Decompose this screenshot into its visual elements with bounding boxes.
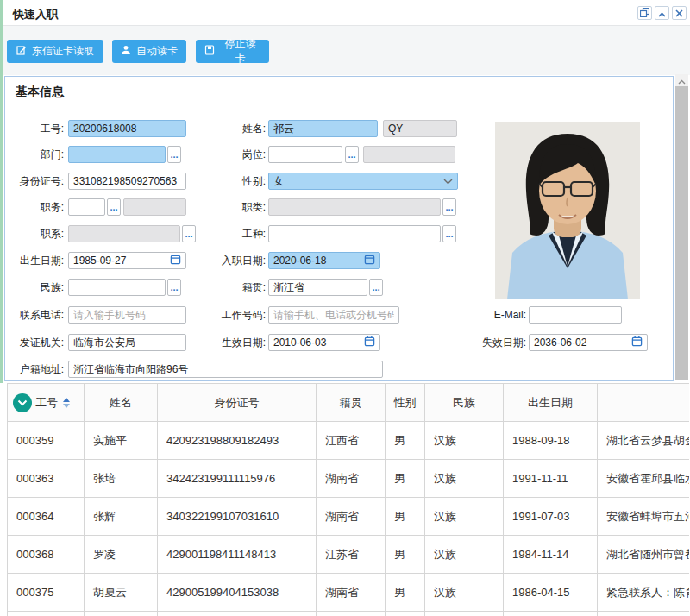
duty-input[interactable] [68, 198, 105, 216]
label-hire-date: 入职日期: [193, 252, 266, 269]
hire-date-picker[interactable]: 2020-06-18 [268, 252, 380, 269]
label-job-series: 职系: [5, 225, 64, 242]
native-place-lookup-button[interactable]: ... [369, 279, 383, 296]
table-cell: 男 [386, 498, 425, 536]
table-row[interactable]: 000359实施平420923198809182493江西省男汉族1988-09… [8, 422, 690, 460]
table-cell: 男 [386, 460, 425, 498]
label-job-class: 职类: [193, 198, 266, 216]
basic-info-panel: 基本信息 工号: 姓名: QY 部门: ... 岗位: ... 身份证号: 性别… [4, 76, 674, 381]
table-cell: 男 [386, 536, 425, 574]
label-department: 部门: [5, 146, 64, 163]
employee-id-input[interactable] [68, 120, 186, 137]
table-row[interactable]: 000368罗凌429001198411148413江苏省男汉族1984-11-… [8, 536, 690, 574]
table-cell [504, 612, 598, 616]
stop-read-label: 停止读卡 [220, 37, 260, 66]
auto-read-button[interactable]: 自动读卡 [112, 40, 186, 63]
header-birth-date[interactable]: 出生日期 [504, 384, 598, 422]
table-cell: 汉族 [425, 498, 504, 536]
work-type-lookup-button[interactable]: ... [442, 225, 456, 242]
id-number-input[interactable] [68, 173, 186, 190]
table-cell: 汉族 [425, 460, 504, 498]
employee-table: 工号 姓名 身份证号 籍贯 性别 民族 出生日期 000359实施平420923… [7, 383, 689, 616]
duty-lookup-button[interactable]: ... [107, 198, 121, 216]
table-cell: 张培 [85, 460, 158, 498]
restore-icon [640, 7, 649, 20]
job-class-field [268, 198, 441, 216]
table-cell [317, 612, 386, 616]
restore-button[interactable] [637, 6, 652, 20]
table-row[interactable] [8, 612, 690, 616]
stop-read-button[interactable]: 停止读卡 [196, 40, 269, 63]
table-row[interactable]: 000363张培342423199111115976湖南省男汉族1991-11-… [8, 460, 690, 498]
header-address[interactable] [598, 384, 690, 422]
table-cell: 汉族 [425, 574, 504, 612]
work-phone-input[interactable] [268, 306, 399, 324]
position-input[interactable] [268, 146, 342, 163]
auto-read-label: 自动读卡 [136, 44, 178, 59]
calendar-icon[interactable] [364, 254, 375, 267]
table-cell: 420923198809182493 [158, 422, 317, 460]
label-effective-date: 生效日期: [193, 334, 266, 351]
label-contact-phone: 联系电话: [5, 306, 64, 324]
edit-card-icon [16, 45, 27, 58]
email-input[interactable] [529, 306, 622, 324]
label-employee-id: 工号: [5, 120, 64, 137]
close-icon [675, 7, 683, 20]
label-gender: 性别: [193, 173, 266, 190]
panel-scrollbar [675, 74, 688, 380]
table-cell: 罗凌 [85, 536, 158, 574]
table-cell [8, 612, 85, 616]
ethnicity-lookup-button[interactable]: ... [167, 279, 181, 296]
window-controls [637, 6, 687, 20]
department-input[interactable] [68, 146, 166, 163]
contact-phone-input[interactable] [68, 306, 186, 324]
name-pinyin-field: QY [383, 120, 457, 137]
header-native-place[interactable]: 籍贯 [317, 384, 386, 422]
collapse-button[interactable] [655, 6, 669, 20]
close-button[interactable] [672, 6, 687, 20]
table-cell: 男 [386, 422, 425, 460]
table-cell: 1988-09-18 [504, 422, 598, 460]
department-lookup-button[interactable]: ... [167, 146, 181, 163]
toolbar: 东信证卡读取 自动读卡 停止读卡 [3, 26, 690, 75]
table-cell: 000368 [8, 536, 85, 574]
scrollbar-up-button[interactable] [675, 74, 688, 86]
table-header-row: 工号 姓名 身份证号 籍贯 性别 民族 出生日期 [8, 384, 690, 422]
job-class-lookup-button[interactable]: ... [442, 198, 456, 216]
expiry-date-picker[interactable]: 2036-06-02 [529, 334, 648, 351]
native-place-input[interactable] [268, 279, 367, 296]
name-input[interactable] [268, 120, 378, 137]
table-cell: 湖北省云梦县胡金 [598, 422, 690, 460]
header-ethnicity[interactable]: 民族 [425, 384, 504, 422]
table-row[interactable]: 000375胡夏云429005199404153038湖南省男汉族1986-04… [8, 574, 690, 612]
calendar-icon[interactable] [364, 336, 375, 349]
header-name[interactable]: 姓名 [85, 384, 158, 422]
table-cell: 1991-11-11 [504, 460, 598, 498]
table-cell: 汉族 [425, 422, 504, 460]
effective-date-picker[interactable]: 2010-06-03 [268, 334, 380, 351]
birth-date-picker[interactable]: 1985-09-27 [68, 252, 186, 269]
work-type-input[interactable] [268, 225, 441, 242]
header-employee-id[interactable]: 工号 [8, 384, 85, 422]
table-cell: 000364 [8, 498, 85, 536]
sort-icon[interactable] [63, 398, 70, 408]
table-row[interactable]: 000364张辉340322199107031610湖南省男汉族1991-07-… [8, 498, 690, 536]
position-lookup-button[interactable]: ... [345, 146, 359, 163]
ethnicity-input[interactable] [68, 279, 166, 296]
table-cell: 1984-11-14 [504, 536, 598, 574]
scrollbar-thumb[interactable] [675, 86, 688, 380]
chevron-down-icon [443, 175, 453, 187]
calendar-icon[interactable] [631, 336, 643, 349]
calendar-icon[interactable] [170, 254, 181, 267]
header-gender[interactable]: 性别 [386, 384, 425, 422]
household-address-input[interactable] [68, 361, 383, 378]
select-dropdown-icon[interactable] [13, 393, 32, 412]
issuing-authority-input[interactable] [68, 334, 186, 351]
header-id-number[interactable]: 身份证号 [158, 384, 317, 422]
dashed-separator [8, 110, 670, 110]
table-cell: 340322199107031610 [158, 498, 317, 536]
gender-select[interactable]: 女 [268, 173, 458, 190]
table-cell: 429005199404153038 [158, 574, 317, 612]
read-id-card-button[interactable]: 东信证卡读取 [7, 40, 104, 63]
table-cell: 429001198411148413 [158, 536, 317, 574]
